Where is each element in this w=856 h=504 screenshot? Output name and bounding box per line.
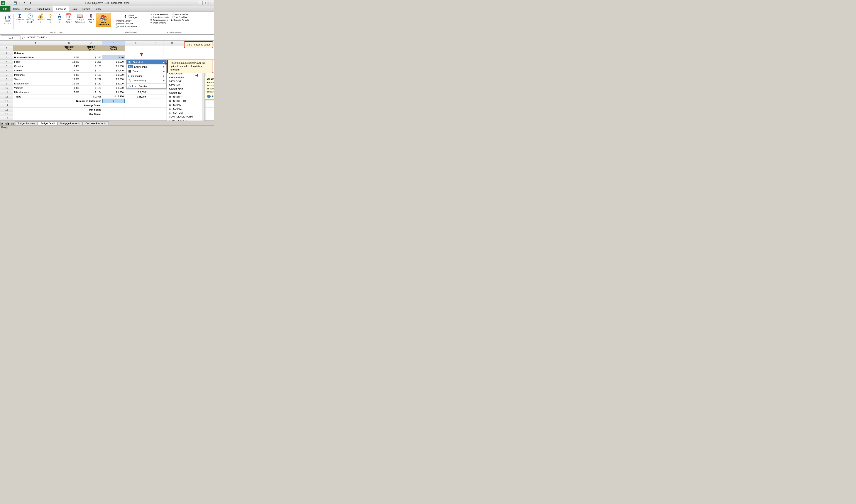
tab-budget-detail[interactable]: Budget Detail — [38, 122, 57, 125]
cell-d13[interactable]: 9 — [102, 99, 125, 103]
cell-b2[interactable] — [58, 51, 80, 55]
cell-d16[interactable] — [102, 112, 125, 116]
cell-e12[interactable]: $ 18,258 — [125, 94, 147, 99]
tab-file[interactable]: File — [0, 6, 11, 12]
name-manager-button[interactable]: 🏷 NameManager — [115, 13, 146, 19]
cell-a2[interactable]: Category — [13, 51, 58, 55]
cell-e16[interactable] — [125, 112, 147, 116]
cell-b6[interactable]: 6.7% — [58, 68, 80, 73]
minimize-button[interactable]: ─ — [198, 1, 203, 5]
cell-a10[interactable]: Vacation — [13, 86, 58, 90]
cell-a12[interactable]: Totals — [13, 94, 58, 99]
cell-a5[interactable]: Gasoline — [13, 64, 58, 68]
cell-c11[interactable]: $ 104 — [80, 90, 102, 94]
col-header-f[interactable]: F — [147, 41, 163, 46]
cell-a16[interactable] — [13, 112, 58, 116]
submenu-beta-dist[interactable]: BETA.DIST — [167, 79, 205, 83]
cell-a1[interactable] — [13, 46, 58, 51]
insert-function-button[interactable]: ƒx InsertFunction — [2, 13, 13, 25]
cell-e13[interactable] — [125, 99, 147, 103]
cell-b11[interactable]: 7.0% — [58, 90, 80, 94]
cell-a3[interactable]: Household Utilities — [13, 55, 58, 60]
autosum-button[interactable]: Σ AutoSum▾ — [15, 13, 25, 24]
cell-b12[interactable] — [58, 94, 80, 99]
submenu-chisq-test[interactable]: CHISQ.TEST — [167, 111, 205, 115]
cell-g2[interactable] — [163, 51, 180, 55]
show-formulas-button[interactable]: 📄 Show Formulas — [171, 13, 190, 16]
cell-c10[interactable]: $ 125 — [80, 86, 102, 90]
submenu-chisq-inv-rt[interactable]: CHISQ.INV.RT — [167, 107, 205, 111]
cell-g1[interactable] — [163, 46, 180, 51]
tab-page-layout[interactable]: Page Layout — [34, 6, 53, 12]
cell-c6[interactable]: $ 100 — [80, 68, 102, 73]
more-functions-button[interactable]: 📚 MoreFunctions ▾ — [96, 13, 111, 27]
insert-function-menu-item[interactable]: ƒx Insert Function... — [126, 84, 167, 88]
name-box[interactable] — [1, 35, 20, 40]
cell-d12[interactable]: $ 17,950 — [102, 94, 125, 99]
tab-car-lease-payments[interactable]: Car Lease Payments — [83, 122, 108, 125]
tab-mortgage-payments[interactable]: Mortgage Payments — [57, 122, 83, 125]
cell-b3[interactable]: 16.7% — [58, 55, 80, 60]
define-name-button[interactable]: 📌 Define Name ▾ — [115, 20, 146, 22]
sheet-nav-first[interactable]: |◀ — [0, 122, 4, 125]
watch-window-button[interactable]: 👁 Watch Window — [150, 21, 199, 24]
engineering-menu-item[interactable]: 101 Engineering ▶ — [126, 65, 167, 69]
col-header-d[interactable]: D — [102, 41, 125, 46]
tab-budget-summary[interactable]: Budget Summary — [15, 122, 38, 125]
submenu-confidence-t[interactable]: CONFIDENCE.T — [167, 119, 205, 121]
tab-home[interactable]: Home — [11, 6, 22, 12]
submenu-chisq-dist[interactable]: CHISQ.DIST — [167, 95, 205, 99]
fx-button[interactable]: ƒx — [21, 36, 26, 39]
maximize-button[interactable]: □ — [203, 1, 208, 5]
tab-review[interactable]: Review — [80, 6, 93, 12]
cell-d9[interactable]: $ 2,000 — [102, 82, 125, 86]
cell-b7[interactable]: 8.4% — [58, 73, 80, 77]
date-time-button[interactable]: 📅 Date &Time ▾ — [64, 13, 73, 24]
trace-precedents-button[interactable]: → Trace Precedents — [150, 13, 170, 16]
cell-b10[interactable]: 8.4% — [58, 86, 80, 90]
submenu-beta-inv[interactable]: BETA.INV — [167, 83, 205, 87]
formula-input[interactable] — [27, 35, 213, 40]
submenu-chisq-dist-rt[interactable]: CHISQ.DIST.RT — [167, 99, 205, 103]
cell-b15[interactable]: Min Spend — [58, 108, 102, 112]
cell-d7[interactable]: $ 1,500 — [102, 73, 125, 77]
cell-d5[interactable]: $ 1,500 — [102, 64, 125, 68]
cell-c8[interactable]: $ 292 — [80, 77, 102, 82]
cell-b16[interactable]: Max Spend — [58, 112, 102, 116]
cell-d3[interactable]: $ 3,0 — [102, 55, 125, 60]
cell-h2[interactable] — [180, 51, 197, 55]
cell-f2[interactable] — [147, 51, 163, 55]
tab-view[interactable]: View — [93, 6, 104, 12]
cell-d11[interactable]: $ 1,250 — [102, 90, 125, 94]
cell-d10[interactable]: $ 1,500 — [102, 86, 125, 90]
submenu-chisq-inv[interactable]: CHISQ.INV — [167, 103, 205, 107]
lookup-reference-button[interactable]: 📖 Lookup &Reference ▾ — [73, 13, 86, 24]
trace-dependents-button[interactable]: → Trace Dependents — [150, 16, 170, 18]
submenu-averageifs[interactable]: AVERAGEIFS — [167, 75, 205, 79]
cell-f1[interactable] — [147, 46, 163, 51]
submenu-binom-dist[interactable]: BINOM.DIST — [167, 87, 205, 91]
submenu-binom-inv[interactable]: BINOM.INV — [167, 91, 205, 95]
cell-i2[interactable] — [197, 51, 214, 55]
statistical-menu-item[interactable]: 📊 Statistical ▶ — [126, 60, 167, 65]
cell-d1[interactable]: AnnualSpend — [102, 46, 125, 51]
cell-a4[interactable]: Food — [13, 60, 58, 64]
sheet-nav-last[interactable]: ▶| — [11, 122, 14, 125]
cell-b8[interactable]: 19.5% — [58, 77, 80, 82]
cell-a9[interactable]: Entertainment — [13, 82, 58, 86]
math-trig-button[interactable]: θ Math &Trig ▾ — [87, 13, 95, 24]
undo-button[interactable]: ↩ — [18, 1, 22, 5]
cell-b13[interactable]: Number of Categories — [58, 99, 102, 103]
cell-d14[interactable] — [102, 103, 125, 108]
cell-c4[interactable]: $ 208 — [80, 60, 102, 64]
close-button[interactable]: ✕ — [208, 1, 213, 5]
cell-b14[interactable]: Average Spend — [58, 103, 102, 108]
sheet-nav-next[interactable]: ▶ — [7, 122, 11, 125]
cell-c3[interactable]: $ 250 — [80, 55, 102, 60]
evaluate-formula-button[interactable]: ▶ Evaluate Formula — [171, 19, 190, 21]
cell-d15[interactable] — [102, 108, 125, 112]
cell-d8[interactable]: $ 3,500 — [102, 77, 125, 82]
compatibility-menu-item[interactable]: 🔧 Compatibility ▶ — [126, 78, 167, 83]
redo-button[interactable]: ↪ — [23, 1, 28, 5]
text-button[interactable]: A Text▾ — [55, 13, 64, 24]
